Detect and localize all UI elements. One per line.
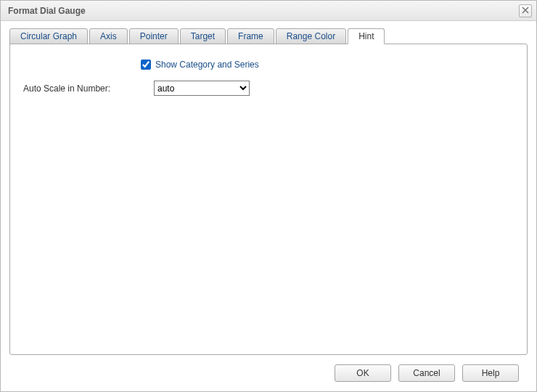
button-label: OK — [356, 368, 369, 378]
tab-circular-graph[interactable]: Circular Graph — [9, 28, 88, 44]
show-category-series-checkbox[interactable] — [141, 60, 151, 70]
tab-range-color[interactable]: Range Color — [276, 28, 346, 44]
tab-label: Circular Graph — [20, 31, 77, 41]
format-dial-gauge-dialog: Format Dial Gauge Circular Graph Axis Po… — [0, 0, 537, 392]
help-button[interactable]: Help — [462, 364, 519, 382]
tab-axis[interactable]: Axis — [89, 28, 128, 44]
tab-bar: Circular Graph Axis Pointer Target Frame… — [9, 28, 528, 44]
tab-label: Axis — [100, 31, 117, 41]
auto-scale-label: Auto Scale in Number: — [23, 83, 154, 94]
show-category-series-label[interactable]: Show Category and Series — [155, 60, 259, 70]
close-button[interactable] — [519, 4, 532, 17]
tab-target[interactable]: Target — [180, 28, 226, 44]
dialog-body: Circular Graph Axis Pointer Target Frame… — [1, 21, 536, 391]
button-label: Help — [482, 368, 500, 378]
tab-label: Frame — [238, 31, 263, 41]
ok-button[interactable]: OK — [335, 364, 391, 382]
tab-label: Pointer — [140, 31, 168, 41]
cancel-button[interactable]: Cancel — [398, 364, 455, 382]
show-category-series-row: Show Category and Series — [138, 57, 514, 72]
tab-label: Hint — [358, 31, 374, 41]
tab-hint[interactable]: Hint — [348, 28, 385, 44]
tab-pointer[interactable]: Pointer — [129, 28, 179, 44]
dialog-footer: OK Cancel Help — [9, 355, 528, 391]
button-label: Cancel — [413, 368, 440, 378]
dialog-title: Format Dial Gauge — [8, 6, 519, 16]
auto-scale-select[interactable]: auto — [154, 81, 250, 96]
auto-scale-row: Auto Scale in Number: auto — [23, 81, 514, 96]
close-icon — [522, 6, 529, 16]
tab-frame[interactable]: Frame — [227, 28, 274, 44]
titlebar: Format Dial Gauge — [1, 1, 536, 21]
tab-label: Target — [191, 31, 215, 41]
hint-panel: Show Category and Series Auto Scale in N… — [9, 44, 528, 355]
tab-label: Range Color — [287, 31, 335, 41]
